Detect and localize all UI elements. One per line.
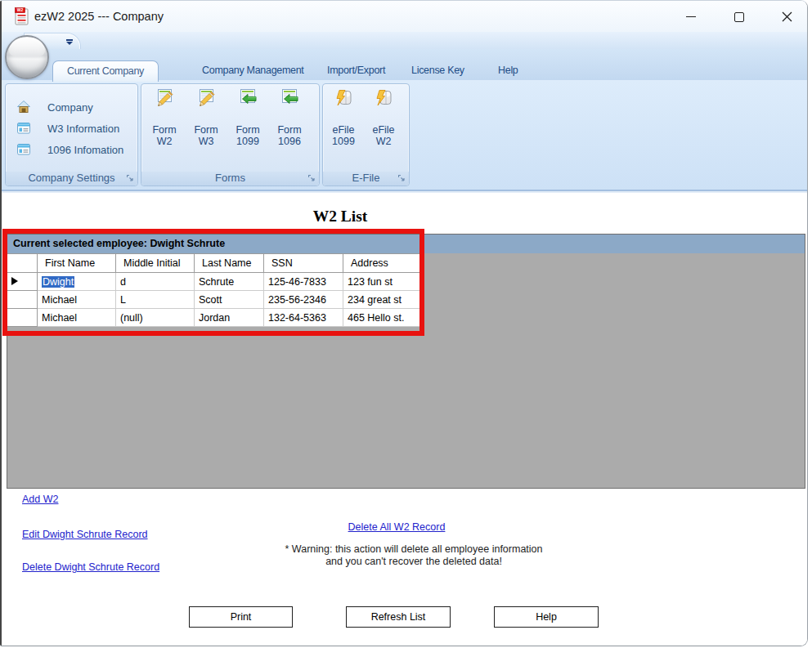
form-edit-icon xyxy=(196,88,216,108)
ribbon-group-company-settings: Company W3 Information 1096 Info xyxy=(5,83,138,186)
close-icon xyxy=(782,11,792,22)
ribbon-button-form-w3[interactable]: FormW3 xyxy=(187,85,225,172)
quick-access-toolbar xyxy=(0,32,807,49)
tab-current-company[interactable]: Current Company xyxy=(52,60,159,82)
window-title: ezW2 2025 --- Company xyxy=(34,1,164,32)
ribbon-group-label: Forms xyxy=(141,172,319,185)
app-window: W2 ezW2 2025 --- Company Current Company… xyxy=(0,0,808,646)
tab-company-management[interactable]: Company Management xyxy=(202,60,304,81)
maximize-button[interactable] xyxy=(720,1,756,32)
efile-icon xyxy=(334,88,353,108)
form-edit-icon xyxy=(155,88,174,108)
print-button[interactable]: Print xyxy=(189,606,293,628)
app-icon: W2 xyxy=(15,7,29,25)
ribbon-button-form-1096[interactable]: Form1096 xyxy=(271,85,308,172)
delete-record-link[interactable]: Delete Dwight Schrute Record xyxy=(22,561,159,573)
red-highlight-box xyxy=(2,229,424,336)
qat-customize-arrow-icon[interactable] xyxy=(66,39,73,46)
ribbon-button-form-1099[interactable]: Form1099 xyxy=(229,85,267,172)
refresh-list-button[interactable]: Refresh List xyxy=(346,606,451,628)
form-card-icon xyxy=(17,122,30,135)
application-orb-button[interactable] xyxy=(5,35,49,79)
window-left-edge xyxy=(0,1,2,646)
ribbon-button-label: Form1096 xyxy=(267,125,312,147)
add-w2-link[interactable]: Add W2 xyxy=(22,494,58,505)
ribbon-button-label: Form1099 xyxy=(226,125,270,147)
form-import-icon xyxy=(280,88,299,108)
tab-license-key[interactable]: License Key xyxy=(411,60,464,81)
ribbon-item-label: Company xyxy=(47,101,93,114)
dialog-launcher-icon[interactable] xyxy=(398,175,406,182)
warning-text-line1: * Warning: this action will delete all e… xyxy=(250,543,577,555)
ribbon-group-label: E-File xyxy=(323,172,409,185)
minimize-button[interactable] xyxy=(673,1,709,32)
form-import-icon xyxy=(238,88,258,108)
ribbon-group-label: Company Settings xyxy=(6,172,137,185)
ribbon-group-label-text: Company Settings xyxy=(28,172,114,184)
warning-text-line2: and you can't recover the deleted data! xyxy=(250,556,577,567)
efile-icon xyxy=(374,88,393,108)
form-card-icon xyxy=(17,143,30,156)
ribbon-group-label-text: E-File xyxy=(352,172,380,184)
svg-text:W2: W2 xyxy=(17,7,24,12)
ribbon-item-label: 1096 Infomation xyxy=(47,144,123,156)
tab-import-export[interactable]: Import/Export xyxy=(327,60,385,81)
ribbon-item-label: W3 Information xyxy=(47,123,119,135)
ribbon-button-efile-1099[interactable]: eFile1099 xyxy=(325,85,362,172)
ribbon-button-efile-w2[interactable]: eFileW2 xyxy=(365,85,402,172)
dialog-launcher-icon[interactable] xyxy=(127,175,134,182)
ribbon-button-label: FormW3 xyxy=(184,125,228,147)
home-icon xyxy=(17,101,30,114)
page-title: W2 List xyxy=(258,208,422,226)
edit-record-link[interactable]: Edit Dwight Schrute Record xyxy=(22,529,148,540)
dialog-launcher-icon[interactable] xyxy=(308,175,316,182)
help-button[interactable]: Help xyxy=(494,606,599,628)
ribbon-button-label: eFileW2 xyxy=(361,125,406,147)
title-bar: W2 ezW2 2025 --- Company xyxy=(0,1,807,32)
close-button[interactable] xyxy=(769,1,805,32)
delete-all-w2-link[interactable]: Delete All W2 Record xyxy=(315,521,478,533)
ribbon-button-label: FormW2 xyxy=(142,125,186,147)
tab-help[interactable]: Help xyxy=(498,60,518,81)
ribbon-group-label-text: Forms xyxy=(215,172,245,184)
ribbon-button-form-w2[interactable]: FormW2 xyxy=(146,85,183,172)
ribbon-button-label: eFile1099 xyxy=(321,125,366,147)
